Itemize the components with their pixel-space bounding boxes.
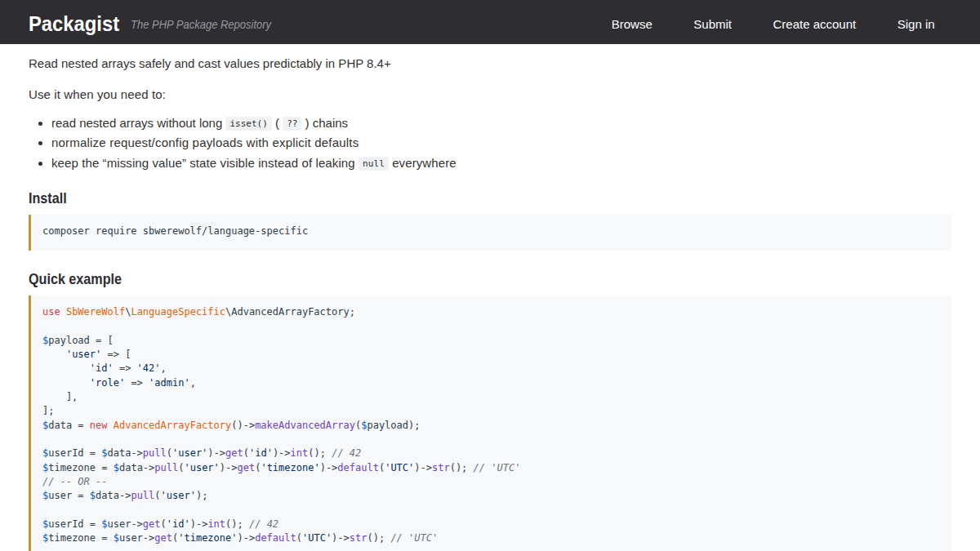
site-tagline: The PHP Package Repository xyxy=(131,17,271,31)
inline-code: ?? xyxy=(283,117,301,131)
code-line: $data = new AdvancedArrayFactory()->make… xyxy=(42,419,939,433)
nav-link-sign-in[interactable]: Sign in xyxy=(898,17,935,31)
nav-link-browse[interactable]: Browse xyxy=(612,17,653,31)
navbar: Packagist The PHP Package Repository Bro… xyxy=(0,0,980,44)
code-line: $timezone = $data->pull('user')->get('ti… xyxy=(42,461,939,475)
code-line: 'id' => '42', xyxy=(42,362,939,375)
install-code-block: composer require sbwerewolf/language-spe… xyxy=(29,215,951,251)
nav-item-submit: Submit xyxy=(693,17,732,31)
code-line: ], xyxy=(42,390,939,404)
code-line xyxy=(42,433,939,447)
code-line: $timezone = $user->get('timezone')->defa… xyxy=(42,531,939,545)
code-line: use SbWereWolf\LanguageSpecific\Advanced… xyxy=(42,305,939,319)
nav-item-create-account: Create account xyxy=(773,17,857,31)
code-line: // -- OR -- xyxy=(42,475,939,489)
php-code: use SbWereWolf\LanguageSpecific\Advanced… xyxy=(42,305,939,545)
feature-item-1: read nested arrays without long isset() … xyxy=(51,113,951,133)
inline-code: null xyxy=(359,157,389,171)
use-when-paragraph: Use it when you need to: xyxy=(29,86,951,104)
install-heading: Install xyxy=(29,189,813,208)
quick-example-heading: Quick example xyxy=(29,269,813,289)
nav-item-sign-in: Sign in xyxy=(898,17,935,31)
install-command: composer require sbwerewolf/language-spe… xyxy=(42,225,308,237)
intro-paragraph: Read nested arrays safely and cast value… xyxy=(29,55,951,73)
code-line: $user = $data->pull('user'); xyxy=(42,489,939,503)
nav-link-submit[interactable]: Submit xyxy=(693,17,732,31)
code-line: 'user' => [ xyxy=(42,348,939,362)
code-line: 'role' => 'admin', xyxy=(42,376,939,390)
code-line: $userId = $data->pull('user')->get('id')… xyxy=(42,447,939,460)
quick-example-code-block: use SbWereWolf\LanguageSpecific\Advanced… xyxy=(29,295,951,551)
readme-content: Read nested arrays safely and cast value… xyxy=(0,44,980,551)
brand-logo[interactable]: Packagist xyxy=(29,11,119,37)
inline-code: isset() xyxy=(225,117,271,131)
code-line xyxy=(42,320,939,334)
code-line: $payload = [ xyxy=(42,334,939,348)
code-line xyxy=(42,503,939,517)
nav-link-create-account[interactable]: Create account xyxy=(773,17,857,31)
code-line: ]; xyxy=(42,404,939,418)
feature-list: read nested arrays without long isset() … xyxy=(29,113,951,173)
nav-links: BrowseSubmitCreate accountSign in xyxy=(612,17,935,31)
code-line: $userId = $user->get('id')->int(); // 42 xyxy=(42,518,939,531)
nav-item-browse: Browse xyxy=(612,17,653,31)
feature-item-3: keep the “missing value” state visible i… xyxy=(51,153,951,173)
feature-item-2: normalize request/config payloads with e… xyxy=(51,133,951,153)
